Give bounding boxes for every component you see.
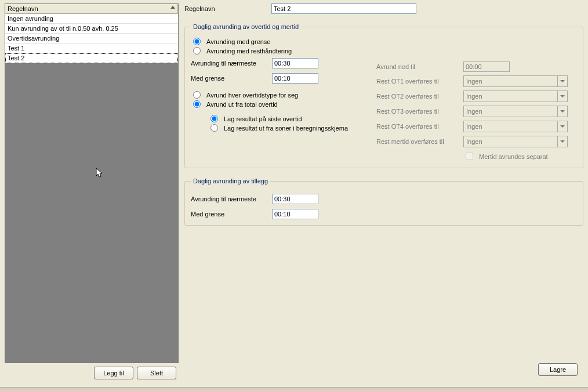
delete-button[interactable]: Slett [137, 367, 176, 379]
addition-round-nearest-label: Avrunding til nærmeste [191, 196, 272, 202]
list-item[interactable]: Overtidsavrunding [5, 34, 178, 44]
with-limit-label: Med grense [191, 75, 272, 82]
sort-asc-icon [170, 6, 175, 9]
rest-ot1-value: Ingen [464, 78, 557, 85]
rest-ot2-label: Rest OT2 overføres til [376, 93, 463, 100]
chevron-down-icon [557, 136, 567, 147]
round-down-label: Avrund ned til [376, 63, 463, 70]
rest-mertid-label: Rest mertid overføres til [376, 138, 463, 145]
mertid-separate-checkbox [466, 153, 473, 160]
rule-list-panel: Regelnavn Ingen avrundingKun avrunding a… [5, 3, 179, 379]
rest-mertid-value: Ingen [464, 138, 557, 145]
rest-ot3-label: Rest OT3 overføres til [376, 108, 463, 115]
chevron-down-icon [557, 106, 567, 117]
list-item[interactable]: Test 2 [5, 53, 178, 63]
radio-result-last-label: Lag resultat på siste overtid [224, 115, 302, 122]
rest-ot4-value: Ingen [464, 123, 557, 130]
rule-list-empty-area [5, 64, 179, 363]
group-addition: Daglig avrunding av tillegg Avrunding ti… [184, 178, 583, 226]
chevron-down-icon [557, 91, 567, 102]
round-nearest-input[interactable] [272, 58, 318, 68]
list-item[interactable]: Kun avrunding av ot til n.0.50 avh. 0.25 [5, 24, 178, 34]
rule-list-header-label: Regelnavn [8, 5, 38, 12]
radio-result-zones[interactable] [210, 124, 218, 132]
radio-mode-limit[interactable] [193, 38, 201, 45]
addition-with-limit-input[interactable] [272, 209, 318, 219]
rest-ot2-combo: Ingen [463, 90, 568, 102]
radio-result-last[interactable] [210, 115, 218, 122]
radio-mode-rest[interactable] [193, 47, 201, 55]
radio-scope-total[interactable] [193, 100, 201, 108]
radio-scope-total-label: Avrund ut fra total overtid [206, 101, 278, 108]
rest-ot3-value: Ingen [464, 108, 557, 115]
chevron-down-icon [557, 76, 567, 86]
rule-name-input[interactable] [271, 3, 416, 14]
rest-ot4-combo: Ingen [463, 121, 568, 132]
round-down-input [463, 61, 510, 72]
group-overtime: Daglig avrunding av overtid og mertid Av… [184, 23, 583, 168]
radio-mode-limit-label: Avrunding med grense [206, 38, 270, 45]
rest-ot3-combo: Ingen [463, 106, 568, 117]
rule-list[interactable]: Regelnavn Ingen avrundingKun avrunding a… [5, 3, 179, 64]
list-item[interactable]: Ingen avrunding [5, 14, 178, 24]
save-button[interactable]: Lagre [538, 363, 578, 376]
radio-mode-rest-label: Avrunding med resthåndtering [206, 48, 292, 55]
add-button[interactable]: Legg til [94, 367, 133, 379]
group-addition-title: Daglig avrunding av tillegg [191, 178, 270, 184]
rest-ot1-label: Rest OT1 overføres til [376, 78, 463, 85]
rest-ot2-value: Ingen [464, 93, 557, 100]
rest-ot4-label: Rest OT4 overføres til [376, 123, 463, 130]
status-bar [0, 387, 588, 391]
with-limit-input[interactable] [272, 73, 318, 84]
mertid-separate-label: Mertid avrundes separat [479, 153, 548, 160]
round-nearest-label: Avrunding til nærmeste [191, 60, 272, 67]
rule-list-header[interactable]: Regelnavn [5, 4, 178, 14]
rule-detail-panel: Regelnavn Daglig avrunding av overtid og… [184, 3, 583, 379]
radio-result-zones-label: Lag resultat ut fra soner i beregningssk… [224, 125, 348, 132]
radio-scope-each[interactable] [193, 91, 201, 99]
radio-scope-each-label: Avrund hver overtidstype for seg [206, 92, 298, 99]
group-overtime-title: Daglig avrunding av overtid og mertid [191, 23, 301, 30]
rest-ot1-combo: Ingen [463, 75, 568, 87]
rule-name-label: Regelnavn [184, 5, 271, 12]
addition-round-nearest-input[interactable] [272, 194, 318, 204]
addition-with-limit-label: Med grense [191, 211, 272, 218]
rest-mertid-combo: Ingen [463, 136, 568, 147]
chevron-down-icon [557, 121, 567, 132]
list-item[interactable]: Test 1 [5, 44, 178, 53]
